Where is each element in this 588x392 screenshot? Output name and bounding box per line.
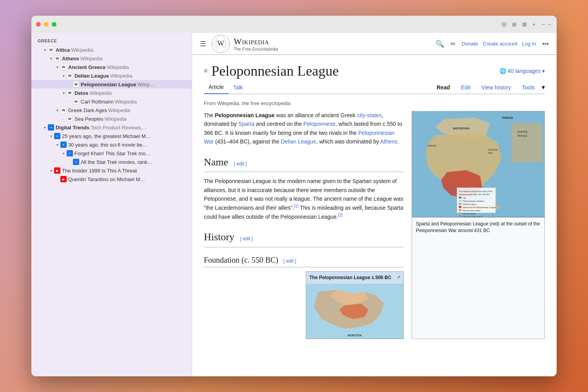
infinity-icon[interactable]: ∞ (450, 40, 456, 48)
wiki-icon: W (54, 55, 60, 62)
sidebar-item-carl-rottmann[interactable]: W Carl Rottmann Wikipedia (31, 97, 192, 106)
sidebar-item-insider-1999[interactable]: ▶ The Insider 1999 Is This A Threat (31, 166, 192, 175)
svg-text:SEA: SEA (488, 152, 493, 154)
tab-article[interactable]: Article (204, 81, 229, 94)
svg-text:Athenian victory: Athenian victory (463, 203, 477, 205)
wiki-logo[interactable]: W Wikipedia The Free Encyclopedia (211, 34, 278, 54)
item-muted: Wikipedia (108, 107, 130, 113)
name-section-header: Name [ edit ] (204, 154, 404, 172)
name-edit-link[interactable]: [ edit ] (234, 161, 247, 167)
sidebar-item-attica[interactable]: W Attica Wikipedia (31, 45, 192, 54)
sidebar-item-forget-khan[interactable]: + Forget Khan! This Star Trek mo… (31, 149, 192, 158)
digital-icon: + (67, 150, 73, 156)
svg-rect-17 (512, 123, 543, 162)
search-icon[interactable]: 🔍 (436, 40, 444, 48)
expand-icon[interactable]: ⤢ (397, 274, 400, 280)
tab-edit[interactable]: Edit (457, 81, 474, 94)
create-account-link[interactable]: Create account (483, 41, 517, 47)
tools-chevron-icon: ▾ (542, 83, 545, 91)
foundation-edit-link[interactable]: [ edit ] (283, 258, 296, 264)
svg-text:PERSIA: PERSIA (517, 134, 527, 137)
toc-icon[interactable]: ≡ (204, 67, 207, 74)
sidebar-item-30-years[interactable]: + 30 years ago, this sci-fi movie be… (31, 140, 192, 149)
youtube-icon: ▶ (54, 167, 60, 174)
item-label: Sea Peoples (74, 116, 103, 122)
athens-link[interactable]: Athens (380, 138, 397, 145)
sidebar-item-athens[interactable]: W Athens Wikipedia (31, 54, 192, 63)
titlebar: ⊟ ⊞ ⊠ + ←→ (31, 16, 557, 33)
browser-window: ⊟ ⊞ ⊠ + ←→ GREECE W Attica Wikipedia W A… (31, 16, 557, 376)
item-label: Quentin Tarantino on Michael M… (68, 176, 145, 182)
chevron-icon (55, 177, 60, 181)
footnote-1[interactable]: [1] (294, 204, 298, 208)
wiki-icon: W (48, 47, 54, 53)
wiki-content: ≡ Peloponnesian League 🌐 40 languages ▾ … (192, 55, 557, 376)
sidebar-item-greek-dark-ages[interactable]: W Greek Dark Ages Wikipedia (31, 106, 192, 114)
delian-league-link[interactable]: Delian League (281, 138, 316, 145)
foundation-infobox-title: ⤢ The Peloponnesian League c.506 BC (306, 272, 403, 284)
from-wiki-text: From Wikipedia, the free encyclopedia (204, 100, 545, 106)
sidebar-item-peloponnesian-league[interactable]: W Peloponnesian League Wikip… (31, 80, 192, 89)
sidebar-item-delian-league[interactable]: W Delian League Wikipedia (31, 71, 192, 80)
close-button[interactable] (36, 22, 41, 27)
svg-rect-27 (459, 197, 461, 199)
peloponnese-link[interactable]: Peloponnese (303, 121, 336, 127)
tab-read[interactable]: Read (433, 81, 454, 94)
tab-view-history[interactable]: View history (477, 81, 515, 94)
infobox-map-image: THRACE MACEDONIA EMPIRE (412, 111, 544, 217)
tab-talk[interactable]: Talk (229, 81, 248, 94)
login-link[interactable]: Log in (522, 41, 536, 47)
item-muted: Wikipedia (71, 47, 93, 53)
item-muted: Wikipedia (105, 116, 127, 122)
digital-icon: + (73, 159, 79, 165)
item-label: Attica (56, 47, 70, 53)
svg-rect-29 (459, 200, 461, 201)
sidebar-item-sea-peoples[interactable]: W Sea Peoples Wikipedia (31, 114, 192, 123)
settings-icon[interactable]: ⊠ (522, 21, 527, 27)
digital-icon: + (60, 142, 67, 148)
svg-text:EMPIRE: EMPIRE (517, 131, 528, 133)
svg-rect-31 (459, 203, 461, 205)
nav-arrows-icon: ←→ (541, 21, 552, 27)
city-states-link[interactable]: city-states (357, 112, 382, 118)
footnote-2[interactable]: [2] (338, 213, 342, 217)
sidebar-item-ancient-greece[interactable]: W Ancient Greece Wikipedia (31, 63, 192, 71)
item-muted: Wikipedia (80, 56, 102, 62)
svg-text:THRACE: THRACE (502, 116, 513, 119)
youtube-icon: ▶ (60, 176, 67, 182)
chevron-icon (61, 91, 66, 95)
svg-text:W: W (218, 40, 224, 47)
item-muted: Wikipedia (115, 99, 137, 105)
history-edit-link[interactable]: [ edit ] (240, 236, 253, 241)
chevron-icon (67, 82, 72, 87)
chevron-icon (61, 73, 66, 78)
main-infobox: THRACE MACEDONIA EMPIRE (412, 111, 545, 339)
svg-text:Peloponnesian members: Peloponnesian members (463, 200, 484, 202)
sidebar-item-star-trek[interactable]: + All the Star Trek movies, rank… (31, 158, 192, 166)
item-label: The Insider 1999 Is This A Threat (62, 168, 137, 174)
chevron-icon (42, 47, 47, 52)
hamburger-icon[interactable]: ☰ (200, 40, 206, 48)
maximize-button[interactable] (52, 22, 56, 27)
donate-link[interactable]: Donate (462, 41, 478, 47)
folder-icon[interactable]: ⊞ (512, 21, 517, 27)
sidebar-item-digital-trends[interactable]: + Digital Trends Tech Product Reviews,… (31, 123, 192, 132)
languages-button[interactable]: 🌐 40 languages ▾ (499, 68, 545, 74)
more-options-icon[interactable]: ••• (542, 40, 549, 47)
sidebar-item-delos[interactable]: W Delos Wikipedia (31, 89, 192, 97)
add-tab-icon[interactable]: + (532, 21, 535, 27)
sidebar-item-quentin-tarantino[interactable]: ▶ Quentin Tarantino on Michael M… (31, 175, 192, 183)
sparta-link[interactable]: Sparta (238, 121, 254, 127)
svg-rect-33 (459, 206, 461, 208)
item-label: Digital Trends (56, 125, 89, 131)
item-label: Athens (62, 56, 79, 62)
item-label: Delian League (74, 73, 109, 79)
sidebar-item-25-years[interactable]: + 25 years ago, the greatest Michael M… (31, 132, 192, 140)
tab-tools[interactable]: Tools (518, 81, 539, 94)
article-top-bar: ≡ Peloponnesian League 🌐 40 languages ▾ (204, 63, 545, 79)
wiki-icon: W (60, 64, 67, 70)
foundation-infobox: ⤢ The Peloponnesian League c.506 BC BOEO… (306, 271, 404, 339)
sidebar-toggle-icon[interactable]: ⊟ (502, 21, 506, 27)
svg-text:City: City (463, 197, 466, 199)
minimize-button[interactable] (44, 22, 49, 27)
